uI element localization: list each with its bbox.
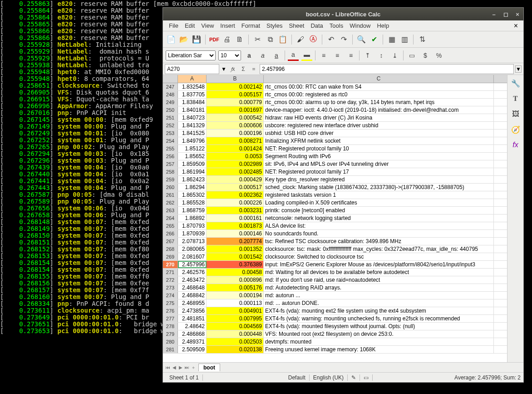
cell-b[interactable]: 0.000542 — [207, 114, 264, 121]
row-header[interactable]: 276 — [163, 307, 178, 314]
cell-b[interactable]: 0.000194 — [207, 292, 264, 299]
row-header[interactable]: 263 — [163, 207, 178, 214]
cell-b[interactable]: 0.000779 — [207, 99, 264, 106]
cell-b[interactable]: 0.005176 — [207, 284, 264, 291]
cell-a[interactable]: 2.473856 — [178, 307, 207, 314]
functions-icon[interactable]: fx — [510, 140, 521, 150]
row-header[interactable]: 257 — [163, 160, 178, 168]
table-row[interactable]: 2772.4818510.007995EXT4-fs (vda): warnin… — [163, 315, 507, 323]
cell-c[interactable]: tsc: Refined TSC clocksource calibration… — [264, 238, 494, 245]
cell-b[interactable]: 0.001352 — [207, 245, 264, 253]
cell-c[interactable]: usbhid: USB HID core driver — [264, 130, 494, 137]
row-header[interactable]: 281 — [163, 346, 178, 353]
cell-a[interactable]: 2.486868 — [178, 330, 207, 338]
cell-a[interactable]: 2.48642 — [178, 323, 207, 330]
cell-c[interactable]: sched_clock: Marking stable (1838674302,… — [264, 184, 494, 191]
status-sign-icon[interactable]: ✎ — [348, 374, 360, 381]
merge-icon[interactable]: ▭ — [406, 50, 417, 61]
cell-a[interactable]: 2.468955 — [178, 299, 207, 307]
table-row[interactable]: 2752.4689550.000113md: ... autorun DONE. — [163, 299, 507, 307]
cell-c[interactable]: rtc_cmos 00:00: alarms up to one day, y3… — [264, 99, 494, 106]
navigator-icon[interactable]: 🧭 — [510, 124, 521, 135]
cell-b[interactable]: 0.000606 — [207, 122, 264, 129]
table-row[interactable]: 2812.5095090.020138Freeing unused kernel… — [163, 346, 507, 354]
table-row[interactable]: 2732.4686480.005176md: Autodetecting RAI… — [163, 284, 507, 292]
cell-c[interactable]: VFS: Mounted root (ext2 filesystem) on d… — [264, 330, 494, 338]
gallery-icon[interactable]: 🖼 — [510, 109, 521, 120]
align-center-icon[interactable]: ≡ — [332, 50, 343, 61]
save-icon[interactable]: 💾 — [191, 34, 202, 45]
font-name-select[interactable]: Liberation Sar — [166, 50, 216, 60]
row-header[interactable]: 259 — [163, 176, 178, 183]
row-header[interactable]: 271 — [163, 269, 178, 276]
cell-b[interactable]: 0.002485 — [207, 168, 264, 175]
cell-a[interactable]: 1.86892 — [178, 214, 207, 222]
clear-format-icon[interactable]: Ⓐ — [308, 34, 319, 45]
table-row[interactable]: 2591.8624230.000429Key type dns_resolver… — [163, 176, 507, 184]
col-header-c[interactable]: C — [264, 75, 494, 83]
cell-b[interactable]: 0.000517 — [207, 184, 264, 191]
menu-edit[interactable]: Edit — [182, 21, 198, 30]
underline-icon[interactable]: a — [271, 50, 282, 61]
table-row[interactable]: 2501.8401810.001697device-mapper: ioctl:… — [163, 106, 507, 114]
pdf-icon[interactable]: PDF — [209, 34, 220, 45]
cell-b[interactable]: 0.003231 — [207, 207, 264, 214]
cell-b[interactable]: 0.000448 — [207, 330, 264, 338]
row-header[interactable]: 268 — [163, 245, 178, 253]
table-row[interactable]: 2621.8655280.000226Loading compiled-in X… — [163, 199, 507, 207]
cell-c[interactable]: NET: Registered protocol family 17 — [264, 168, 494, 175]
table-row[interactable]: 2491.8384840.000779rtc_cmos 00:00: alarm… — [163, 99, 507, 106]
row-header[interactable]: 277 — [163, 315, 178, 322]
row-header[interactable]: 274 — [163, 292, 178, 299]
cell-a[interactable]: 1.841525 — [178, 130, 207, 137]
row-header[interactable]: 264 — [163, 214, 178, 222]
cell-c[interactable]: registered taskstats version 1 — [264, 191, 494, 199]
sheet-tab-boot[interactable]: boot — [198, 364, 220, 371]
currency-icon[interactable]: $ — [420, 50, 431, 61]
cell-a[interactable]: 1.870793 — [178, 222, 207, 229]
row-header[interactable]: 273 — [163, 284, 178, 291]
menu-insert[interactable]: Insert — [217, 21, 238, 30]
paste-icon[interactable]: 📋 — [277, 34, 288, 45]
row-header[interactable]: 251 — [163, 114, 178, 121]
cell-c[interactable]: md: If you don't use raid, use raid=noau… — [264, 276, 494, 284]
cell-a[interactable]: 2.509509 — [178, 346, 207, 353]
minimize-button[interactable]: – — [490, 10, 498, 18]
align-left-icon[interactable]: ≡ — [318, 50, 329, 61]
cell-a[interactable]: 1.837705 — [178, 91, 207, 98]
cell-c[interactable]: No soundcards found. — [264, 230, 494, 237]
menu-file[interactable]: File — [166, 21, 182, 30]
find-icon[interactable]: 🔍 — [356, 34, 367, 45]
cell-a[interactable]: 1.838484 — [178, 99, 207, 106]
cell-a[interactable]: 1.870939 — [178, 230, 207, 237]
row-header[interactable]: 247 — [163, 83, 178, 90]
cell-a[interactable]: 1.86294 — [178, 184, 207, 191]
percent-icon[interactable]: % — [433, 50, 444, 61]
table-row[interactable]: 2802.4893710.002503devtmpfs: mounted — [163, 338, 507, 346]
cell-c[interactable]: Loading compiled-in X.509 certificates — [264, 199, 494, 206]
cell-a[interactable]: 2.481851 — [178, 315, 207, 322]
cell-b[interactable]: 0.000429 — [207, 176, 264, 183]
cell-a[interactable]: 2.080065 — [178, 245, 207, 253]
table-row[interactable]: 2792.4868680.000448VFS: Mounted root (ex… — [163, 330, 507, 338]
col-icon[interactable]: ▥ — [399, 34, 410, 45]
table-row[interactable]: 2651.8707930.001873ALSA device list: — [163, 222, 507, 230]
row-header[interactable]: 275 — [163, 299, 178, 307]
row-header[interactable]: 279 — [163, 330, 178, 338]
align-right-icon[interactable]: ≡ — [345, 50, 356, 61]
cell-b[interactable]: 0.000896 — [207, 276, 264, 284]
cell-c[interactable]: Freeing unused kernel image memory: 1068… — [264, 346, 494, 353]
cell-b[interactable]: 0.000161 — [207, 214, 264, 222]
menu-sheet[interactable]: Sheet — [286, 21, 307, 30]
row-header[interactable]: 253 — [163, 130, 178, 137]
cell-c[interactable]: usbcore: registered new interface driver… — [264, 122, 494, 129]
cell-b[interactable]: 0.020138 — [207, 346, 264, 353]
table-row[interactable]: 2661.8709390.000146 No soundcards found. — [163, 230, 507, 238]
row-header[interactable]: 261 — [163, 191, 178, 199]
cell-a[interactable]: 1.865528 — [178, 199, 207, 206]
cell-b[interactable]: 0.001697 — [207, 106, 264, 114]
row-header[interactable]: 270 — [163, 261, 178, 268]
tab-first-icon[interactable]: ⏮ — [165, 365, 171, 370]
menu-tools[interactable]: Tools — [326, 21, 346, 30]
print-icon[interactable]: 🖨 — [222, 34, 232, 45]
